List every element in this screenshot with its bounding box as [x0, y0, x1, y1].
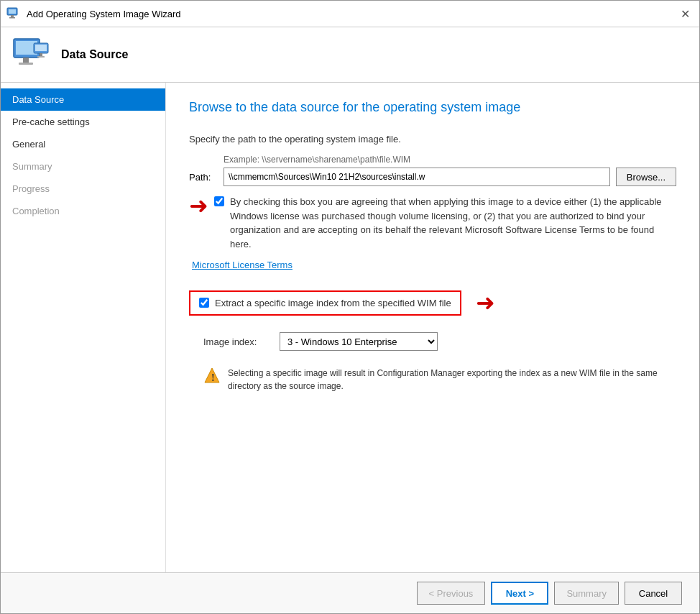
- warning-text: Selecting a specific image will result i…: [228, 367, 676, 393]
- main-heading: Browse to the data source for the operat…: [189, 100, 676, 115]
- wizard-body: Data Source Pre-cache settings General S…: [1, 83, 699, 572]
- wizard-window: Add Operating System Image Wizard ✕ Data…: [0, 0, 700, 614]
- license-checkbox-row: By checking this box you are agreeing th…: [214, 195, 676, 251]
- wizard-header: Data Source: [1, 27, 699, 83]
- image-index-select[interactable]: 3 - Windows 10 Enterprise 1 - Windows 10…: [280, 332, 438, 351]
- svg-text:!: !: [211, 372, 215, 383]
- extract-checkbox[interactable]: [199, 298, 209, 308]
- warning-icon: !: [203, 367, 221, 384]
- path-label: Path:: [189, 172, 218, 183]
- svg-rect-10: [40, 53, 42, 56]
- image-index-label: Image index:: [203, 336, 268, 347]
- sidebar-item-progress: Progress: [1, 178, 165, 200]
- svg-rect-1: [9, 9, 16, 14]
- image-index-row: Image index: 3 - Windows 10 Enterprise 1…: [203, 332, 676, 351]
- license-checkbox[interactable]: [214, 196, 224, 206]
- path-input[interactable]: [224, 168, 610, 186]
- wizard-header-icon: [12, 36, 50, 73]
- extract-section-wrapper: Extract a specific image index from the …: [189, 289, 676, 316]
- extract-box: Extract a specific image index from the …: [189, 290, 461, 316]
- svg-rect-7: [19, 63, 33, 65]
- browse-button[interactable]: Browse...: [616, 168, 676, 186]
- license-checkbox-text: By checking this box you are agreeing th…: [230, 195, 676, 251]
- path-section: Example: \\servername\sharename\path\fil…: [189, 155, 676, 270]
- arrow-checkbox-row: ➜ By checking this box you are agreeing …: [189, 195, 676, 251]
- license-link-row: Microsoft License Terms: [192, 260, 676, 270]
- sidebar-item-completion: Completion: [1, 200, 165, 222]
- next-button[interactable]: Next >: [491, 582, 548, 605]
- svg-rect-3: [9, 17, 15, 19]
- close-button[interactable]: ✕: [676, 5, 694, 22]
- main-content: Browse to the data source for the operat…: [166, 83, 699, 572]
- warning-row: ! Selecting a specific image will result…: [203, 367, 676, 393]
- sidebar: Data Source Pre-cache settings General S…: [1, 83, 166, 572]
- path-row: Path: Browse...: [189, 168, 676, 186]
- arrow-indicator-right: ➜: [476, 289, 495, 316]
- summary-button: Summary: [554, 582, 619, 605]
- wizard-header-title: Data Source: [61, 48, 128, 61]
- title-bar-icon: [6, 6, 21, 21]
- previous-button[interactable]: < Previous: [417, 582, 486, 605]
- description-text: Specify the path to the operating system…: [189, 134, 676, 145]
- sidebar-item-data-source[interactable]: Data Source: [1, 88, 165, 111]
- svg-rect-6: [23, 58, 29, 63]
- sidebar-item-precache[interactable]: Pre-cache settings: [1, 111, 165, 133]
- sidebar-item-summary: Summary: [1, 155, 165, 178]
- sidebar-item-general[interactable]: General: [1, 133, 165, 155]
- title-bar-left: Add Operating System Image Wizard: [6, 6, 181, 21]
- arrow-indicator-left: ➜: [189, 192, 208, 219]
- extract-label: Extract a specific image index from the …: [215, 298, 451, 308]
- svg-rect-2: [11, 15, 14, 17]
- svg-rect-11: [37, 56, 45, 58]
- footer: < Previous Next > Summary Cancel: [1, 572, 699, 613]
- svg-rect-9: [35, 45, 47, 51]
- title-bar-title: Add Operating System Image Wizard: [27, 9, 181, 19]
- title-bar: Add Operating System Image Wizard ✕: [1, 1, 699, 27]
- license-link[interactable]: Microsoft License Terms: [192, 260, 293, 270]
- cancel-button[interactable]: Cancel: [625, 582, 682, 605]
- path-example: Example: \\servername\sharename\path\fil…: [224, 155, 676, 165]
